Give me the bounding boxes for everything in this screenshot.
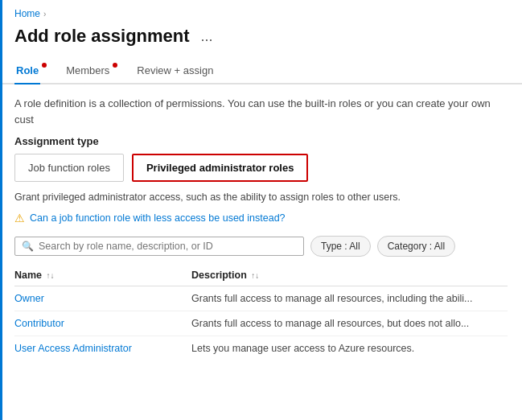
page-title-row: Add role assignment ... [0,23,522,58]
search-icon: 🔍 [22,241,34,252]
privileged-admin-roles-button[interactable]: Privileged administrator roles [132,154,309,182]
page-title: Add role assignment [14,26,190,47]
warning-row: ⚠ Can a job function role with less acce… [14,212,508,224]
tab-role-dot [42,63,47,68]
tab-role-label: Role [16,64,39,76]
role-contributor-link[interactable]: Contributor [14,318,191,329]
breadcrumb-chevron: › [43,10,46,19]
table-row: User Access Administrator Lets you manag… [14,336,508,360]
column-name-header: Name ↑↓ [14,270,191,281]
search-input[interactable] [39,241,297,252]
column-description-header: Description ↑↓ [191,270,508,281]
search-filter-row: 🔍 Type : All Category : All [14,236,508,257]
tab-review-label: Review + assign [137,64,213,76]
description-sort-icon[interactable]: ↑↓ [251,271,259,280]
grant-text: Grant privileged administrator access, s… [14,190,508,205]
role-owner-link[interactable]: Owner [14,293,191,304]
table-row: Contributor Grants full access to manage… [14,311,508,336]
warning-icon: ⚠ [14,212,25,224]
role-user-access-admin-link[interactable]: User Access Administrator [14,343,191,354]
tab-members[interactable]: Members [64,58,111,84]
assignment-type-label: Assignment type [14,135,508,147]
role-owner-description: Grants full access to manage all resourc… [191,293,508,304]
description-text: A role definition is a collection of per… [14,96,508,127]
left-accent-bar [0,0,2,420]
table-header: Name ↑↓ Description ↑↓ [14,265,508,286]
table-row: Owner Grants full access to manage all r… [14,286,508,311]
role-type-row: Job function roles Privileged administra… [14,154,508,182]
name-sort-icon[interactable]: ↑↓ [47,271,55,280]
tab-members-label: Members [66,64,109,76]
breadcrumb: Home › [0,0,522,23]
tab-review[interactable]: Review + assign [135,58,215,84]
tabs-row: Role Members Review + assign [0,58,522,84]
role-contributor-description: Grants full access to manage all resourc… [191,318,508,329]
tab-role[interactable]: Role [14,58,40,84]
warning-link[interactable]: Can a job function role with less access… [30,212,286,224]
type-filter-button[interactable]: Type : All [310,236,371,257]
tab-members-dot [113,63,117,68]
role-user-access-admin-description: Lets you manage user access to Azure res… [191,343,508,354]
breadcrumb-home[interactable]: Home [14,8,40,19]
content-area: A role definition is a collection of per… [0,84,522,360]
category-filter-button[interactable]: Category : All [377,236,455,257]
job-function-roles-button[interactable]: Job function roles [14,154,124,182]
ellipsis-button[interactable]: ... [198,29,216,43]
search-box: 🔍 [14,237,304,256]
